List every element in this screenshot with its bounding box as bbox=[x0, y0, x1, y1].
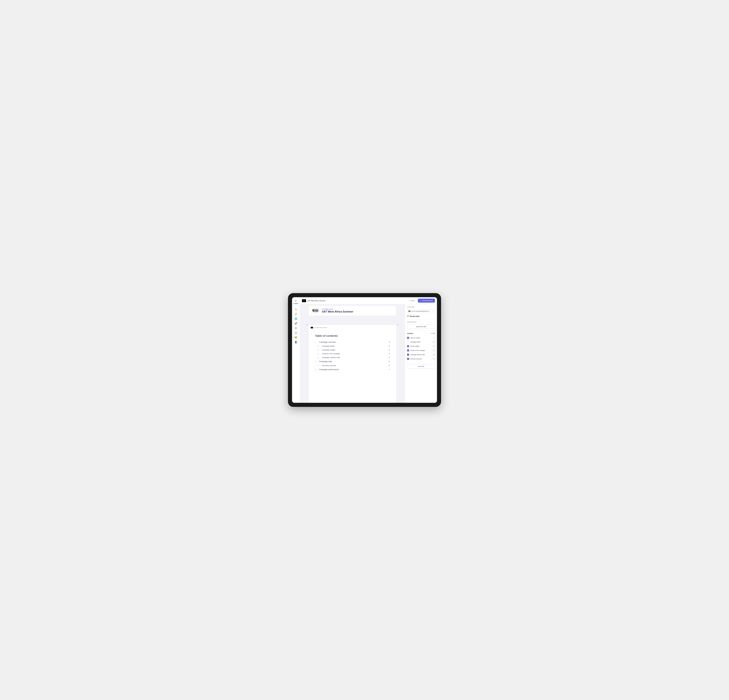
pages-icon bbox=[407, 315, 409, 317]
checkbox[interactable] bbox=[407, 337, 409, 339]
toc-label: Campaign insights bbox=[322, 349, 388, 351]
toc-page: 7 bbox=[389, 369, 390, 370]
campaign-title: SAT West Africa Summer bbox=[322, 310, 353, 313]
toc-page: 6 bbox=[389, 365, 390, 366]
toc-number: 1.3. bbox=[317, 353, 321, 354]
content-item-label: Campaign audience data bbox=[410, 354, 431, 356]
toc-number: 1. bbox=[315, 341, 318, 343]
expand-button[interactable] bbox=[433, 358, 435, 360]
tablet-screen: ArabyAds 🧭 🌐 🚀 ✳️ 📋 💳 👤 SA SAT West Afri… bbox=[292, 297, 437, 403]
toc-row[interactable]: 1.2.Campaign insights3 bbox=[315, 349, 390, 351]
expand-button[interactable] bbox=[433, 353, 435, 356]
toc-row[interactable]: 1.4.Campaign audience data4 bbox=[315, 357, 390, 358]
brand-name: ArabyAds bbox=[293, 303, 298, 304]
close-icon bbox=[408, 300, 410, 301]
toc-page: 3 bbox=[389, 353, 390, 354]
svg-rect-4 bbox=[312, 311, 318, 312]
nav-sparkle-icon[interactable]: ✳️ bbox=[295, 327, 297, 330]
campaign-header-card: Inspiring new ways Campaign report SAT W… bbox=[309, 306, 396, 316]
logo-icon bbox=[294, 299, 298, 302]
header-bar: SA SAT West Africa Summer Cancel Downloa… bbox=[300, 297, 437, 304]
svg-rect-0 bbox=[312, 309, 318, 309]
sidebar: ArabyAds 🧭 🌐 🚀 ✳️ 📋 💳 👤 bbox=[292, 297, 300, 403]
checkbox[interactable] bbox=[407, 349, 409, 351]
toc-label: Creators in the campaign bbox=[322, 353, 388, 354]
toc-page: 6 bbox=[389, 361, 390, 362]
editor-column: Inspiring new ways Campaign report SAT W… bbox=[300, 304, 405, 403]
page-tag: SAT West Africa Summer bbox=[311, 327, 390, 328]
toc-row[interactable]: 1.Campaign overview3 bbox=[315, 341, 390, 343]
campaign-type-label: Campaign report bbox=[322, 308, 353, 310]
checkbox[interactable] bbox=[407, 345, 409, 347]
plus-icon bbox=[431, 333, 432, 334]
toc-number: 1.4. bbox=[317, 357, 321, 358]
nav-user-icon[interactable]: 👤 bbox=[295, 341, 297, 343]
content-item: Table of contentsi bbox=[407, 336, 435, 340]
nav-rocket-icon[interactable]: 🚀 bbox=[295, 322, 297, 325]
toc-page: 3 bbox=[389, 345, 390, 347]
toc-row[interactable]: 1.3.Creators in the campaign3 bbox=[315, 353, 390, 354]
content-item-label: Creator insights bbox=[410, 346, 431, 347]
toc-number: 3. bbox=[315, 369, 318, 370]
expand-button[interactable] bbox=[433, 349, 435, 351]
tablet-device-frame: ArabyAds 🧭 🌐 🚀 ✳️ 📋 💳 👤 SA SAT West Afri… bbox=[288, 293, 441, 407]
content-item-label: Campaign details bbox=[410, 341, 431, 343]
content-item-label: Executive summary bbox=[410, 358, 431, 360]
save-draft-button[interactable]: Save draft bbox=[407, 364, 435, 369]
content-title: Content bbox=[407, 333, 413, 334]
download-report-button[interactable]: Download report bbox=[418, 299, 435, 303]
content-item: Campaign audience data bbox=[407, 353, 435, 357]
content-item-label: Creators in the campaign bbox=[410, 350, 431, 351]
toc-page: 3 bbox=[389, 349, 390, 351]
toc-rows: 1.Campaign overview31.1.Campaign details… bbox=[315, 341, 390, 370]
toc-row[interactable]: 3.Campaign performance7 bbox=[315, 368, 390, 370]
content-items-list: Table of contentsiCampaign detailsCreato… bbox=[407, 336, 435, 361]
download-label: Download report bbox=[422, 300, 433, 301]
toc-label: Campaign overview bbox=[319, 341, 388, 343]
toc-page: 3 bbox=[389, 341, 390, 343]
expand-button[interactable] bbox=[433, 341, 435, 343]
inspector-panel: Cover image One of my best experiences i… bbox=[405, 304, 437, 403]
sync-label: Synchronization bbox=[407, 321, 435, 323]
cover-select-value: One of my best experiences in... bbox=[411, 311, 431, 312]
content-item-label: Table of contents bbox=[410, 337, 432, 338]
toc-label: Executive summary bbox=[322, 365, 388, 366]
toc-row[interactable]: 2.1.Executive summary6 bbox=[315, 365, 390, 366]
expand-button[interactable] bbox=[433, 345, 435, 347]
nav-compass-icon[interactable]: 🧭 bbox=[295, 313, 297, 315]
cover-image-select[interactable]: One of my best experiences in... bbox=[407, 309, 435, 313]
campaign-badge: Inspiring new ways bbox=[311, 308, 320, 314]
toc-number: 1.2. bbox=[317, 349, 321, 351]
add-content-button[interactable]: Add bbox=[431, 333, 435, 334]
content-item: Executive summary bbox=[407, 357, 435, 361]
toc-label: Campaign performance bbox=[319, 368, 388, 370]
toc-row[interactable]: 1.1.Campaign details3 bbox=[315, 345, 390, 347]
nav-icons: 🧭 🌐 🚀 ✳️ 📋 💳 👤 bbox=[295, 308, 297, 343]
checkbox[interactable] bbox=[407, 358, 409, 360]
chevron-down-icon bbox=[432, 311, 434, 312]
toc-label: Campaign details bbox=[322, 345, 388, 347]
content-section-header: Content Add bbox=[407, 333, 435, 334]
nav-activity-icon[interactable] bbox=[295, 308, 297, 311]
page-tag-thumb bbox=[311, 327, 313, 328]
manage-pages-button[interactable]: Manage pages bbox=[407, 315, 435, 318]
toc-number: 1.1. bbox=[317, 346, 321, 347]
nav-globe-icon[interactable]: 🌐 bbox=[295, 318, 297, 320]
info-icon[interactable]: i bbox=[433, 337, 435, 338]
nav-clipboard-icon[interactable]: 📋 bbox=[295, 331, 297, 334]
brand-logo[interactable]: ArabyAds bbox=[293, 299, 298, 304]
toc-number: 2.1. bbox=[317, 365, 321, 366]
checkbox[interactable] bbox=[407, 341, 409, 343]
main-area: SA SAT West Africa Summer Cancel Downloa… bbox=[300, 297, 437, 403]
page-tag-text: SAT West Africa Summer bbox=[314, 327, 327, 328]
toc-label: Campaign data bbox=[319, 360, 388, 363]
nav-card-icon[interactable]: 💳 bbox=[295, 336, 297, 339]
cover-thumb bbox=[408, 311, 410, 312]
synchronize-button[interactable]: Synchronize data bbox=[407, 324, 435, 329]
checkbox[interactable] bbox=[407, 354, 409, 356]
cancel-button[interactable]: Cancel bbox=[407, 299, 416, 302]
toc-title: Table of contents bbox=[315, 334, 390, 337]
toc-row[interactable]: 2.Campaign data6 bbox=[315, 360, 390, 363]
manage-pages-label: Manage pages bbox=[410, 315, 420, 317]
toc-label: Campaign audience data bbox=[322, 357, 388, 358]
